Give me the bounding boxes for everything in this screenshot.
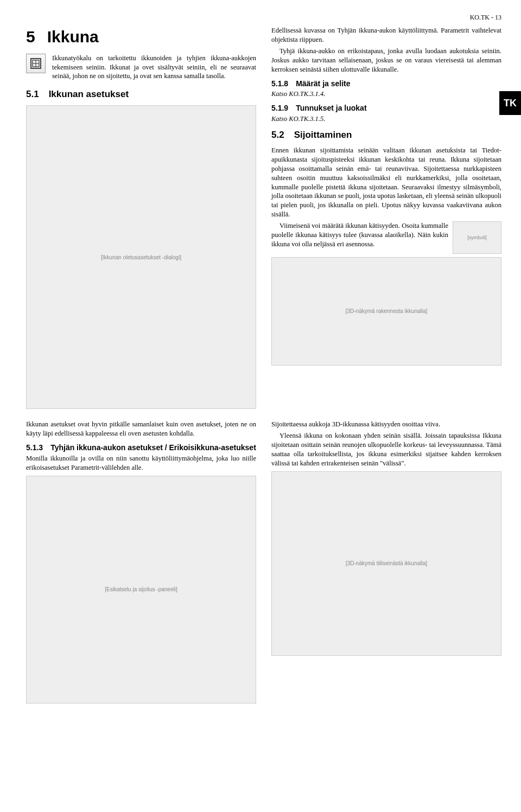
subsection-number: 5.1.8 — [271, 79, 288, 89]
paragraph: Yleensä ikkuna on kokonaan yhden seinän … — [271, 431, 501, 468]
figure-handedness-symbol: [symboli] — [453, 221, 501, 254]
chapter-heading: 5 Ikkuna — [26, 26, 256, 48]
side-tab: TK — [499, 91, 521, 115]
paragraph: Sijoitettaessa aukkoja 3D-ikkunassa käti… — [271, 420, 501, 429]
figure-3d-brick-wall: [3D-näkymä tiiliseinästä ikkunalla] — [271, 471, 501, 656]
paragraph: Katso KO.TK.3.1.4. — [271, 89, 501, 99]
subsection-title: Tyhjän ikkuna-aukon asetukset / Erikoisi… — [50, 443, 256, 453]
chapter-title: Ikkuna — [47, 26, 99, 48]
subsection-number: 5.1.9 — [271, 103, 288, 113]
bottom-right-column: Sijoitettaessa aukkoja 3D-ikkunassa käti… — [271, 420, 501, 706]
section-number: 5.2 — [271, 129, 284, 142]
subsection-5-1-9-heading: 5.1.9 Tunnukset ja luokat — [271, 103, 501, 113]
figure-preview-panel: [Esikatselu ja sijoitus -paneeli] — [26, 476, 256, 704]
figure-settings-dialog: [Ikkunan oletusasetukset -dialogi] — [26, 105, 256, 409]
paragraph: Katso KO.TK.3.1.5. — [271, 114, 501, 124]
bottom-left-column: Ikkunan asetukset ovat hyvin pitkälle sa… — [26, 420, 256, 706]
subsection-title: Määrät ja selite — [296, 79, 350, 89]
subsection-5-1-8-heading: 5.1.8 Määrät ja selite — [271, 79, 501, 89]
paragraph: Edellisessä kuvassa on Tyhjän ikkuna-auk… — [271, 26, 501, 44]
left-column: 5 Ikkuna Ikkunatyökalu on tarkoitettu ik… — [26, 26, 256, 412]
subsection-5-1-3-heading: 5.1.3 Tyhjän ikkuna-aukon asetukset / Er… — [26, 443, 256, 453]
page-number: KO.TK - 13 — [470, 14, 501, 21]
paragraph: Ennen ikkunan sijoittamista seinään vali… — [271, 146, 501, 219]
page-header: KO.TK - 13 — [26, 13, 501, 22]
section-5-2-heading: 5.2 Sijoittaminen — [271, 129, 501, 142]
intro-paragraph: Ikkunatyökalu on tarkoitettu ikkunoiden … — [52, 54, 256, 81]
paragraph: Ikkunan asetukset ovat hyvin pitkälle sa… — [26, 420, 256, 438]
section-title: Sijoittaminen — [294, 129, 352, 142]
paragraph: Monilla ikkunoilla ja ovilla on niin san… — [26, 454, 256, 472]
figure-3d-building: [3D-näkymä rakennesta ikkunalla] — [271, 257, 501, 366]
section-title: Ikkunan asetukset — [49, 88, 129, 101]
paragraph: Tyhjä ikkuna-aukko on erikoistapaus, jon… — [271, 47, 501, 74]
chapter-number: 5 — [26, 26, 35, 48]
section-5-1-heading: 5.1 Ikkunan asetukset — [26, 88, 256, 101]
subsection-number: 5.1.3 — [26, 443, 43, 453]
window-tool-icon — [26, 54, 46, 73]
right-column: Edellisessä kuvassa on Tyhjän ikkuna-auk… — [271, 26, 501, 412]
section-number: 5.1 — [26, 88, 39, 101]
subsection-title: Tunnukset ja luokat — [296, 103, 366, 113]
